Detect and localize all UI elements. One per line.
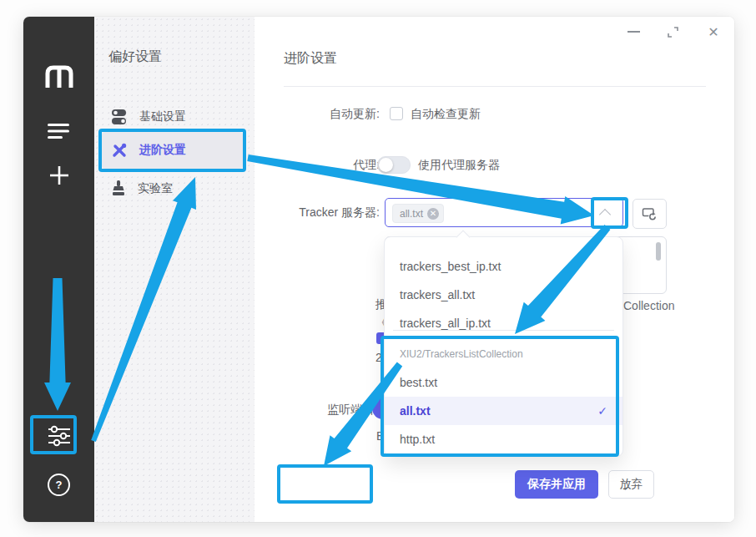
settings-nav[interactable] bbox=[23, 421, 94, 451]
dropdown-group-label: XIU2/TrackersListCollection bbox=[400, 348, 523, 360]
sidebar-item-lab[interactable]: 实验室 bbox=[102, 170, 243, 207]
chevron-up-icon[interactable] bbox=[599, 209, 611, 220]
app-window: ? 偏好设置 基础设置 bbox=[23, 17, 734, 522]
sync-icon bbox=[642, 207, 658, 221]
sync-trackers-button[interactable] bbox=[633, 199, 667, 229]
proxy-label: 代理: bbox=[255, 158, 380, 173]
close-icon: ✕ bbox=[708, 24, 718, 40]
toggles-icon bbox=[111, 108, 128, 126]
dropdown-option[interactable]: trackers_best_ip.txt bbox=[385, 252, 622, 281]
sidebar-item-label: 进阶设置 bbox=[139, 143, 186, 158]
auto-update-label: 自动更新: bbox=[255, 107, 380, 122]
tag-close-icon[interactable]: ✕ bbox=[427, 208, 439, 220]
check-icon: ✓ bbox=[597, 397, 607, 425]
add-task-button[interactable] bbox=[23, 160, 94, 190]
app-logo bbox=[23, 60, 94, 94]
maximize-icon bbox=[667, 26, 679, 38]
textarea-scrollbar-thumb[interactable] bbox=[656, 242, 661, 261]
dropdown-option[interactable]: trackers_all_ip.txt bbox=[385, 309, 622, 337]
selected-option-label: all.txt bbox=[400, 404, 431, 418]
occluded-text-fragment: 2 bbox=[375, 351, 382, 364]
dropdown-option[interactable]: best.txt bbox=[385, 368, 622, 397]
sidebar-item-label: 基础设置 bbox=[139, 109, 186, 124]
minimize-icon bbox=[627, 31, 640, 33]
sidebar-item-label: 实验室 bbox=[138, 181, 173, 196]
collection-link-fragment: Collection bbox=[623, 299, 674, 312]
tools-icon bbox=[111, 142, 128, 159]
proxy-toggle[interactable] bbox=[377, 156, 411, 174]
sidebar-item-advanced-settings[interactable]: 进阶设置 bbox=[102, 132, 243, 169]
task-list-icon bbox=[48, 123, 70, 139]
dropdown-divider bbox=[393, 330, 614, 331]
tracker-dropdown: trackers_best_ip.txt trackers_all.txt tr… bbox=[384, 236, 623, 457]
tracker-tag-label: all.txt bbox=[400, 208, 423, 220]
page-title: 进阶设置 bbox=[284, 50, 337, 68]
dropdown-option[interactable]: trackers_all.txt bbox=[385, 281, 622, 309]
dropdown-option-selected[interactable]: all.txt ✓ bbox=[385, 397, 622, 425]
save-and-apply-button[interactable]: 保存并应用 bbox=[515, 470, 598, 499]
title-divider bbox=[284, 86, 706, 87]
listen-port-label: 监听端口 bbox=[290, 403, 374, 418]
question-icon: ? bbox=[48, 474, 70, 496]
sliders-icon bbox=[47, 425, 72, 447]
proxy-toggle-label: 使用代理服务器 bbox=[418, 158, 500, 173]
discard-button[interactable]: 放弃 bbox=[608, 470, 654, 499]
auto-update-checkbox-label: 自动检查更新 bbox=[411, 107, 481, 122]
preferences-title: 偏好设置 bbox=[108, 48, 162, 66]
tracker-select-input[interactable]: all.txt ✕ bbox=[385, 198, 623, 227]
close-button[interactable]: ✕ bbox=[706, 24, 721, 39]
minimize-button[interactable] bbox=[626, 24, 641, 39]
task-list-nav[interactable] bbox=[23, 117, 94, 145]
toggle-knob bbox=[379, 158, 393, 172]
page: ? 偏好设置 基础设置 bbox=[0, 0, 756, 537]
tracker-tag: all.txt ✕ bbox=[392, 204, 444, 223]
occluded-text-fragment: B bbox=[376, 429, 384, 443]
motrix-logo-icon bbox=[43, 64, 76, 89]
stamp-icon bbox=[111, 180, 126, 198]
dropdown-option[interactable]: http.txt bbox=[385, 425, 622, 453]
plus-icon bbox=[48, 165, 70, 186]
sidebar: ? bbox=[23, 17, 94, 522]
maximize-button[interactable] bbox=[665, 24, 680, 39]
help-button[interactable]: ? bbox=[23, 469, 94, 499]
sidebar-item-basic-settings[interactable]: 基础设置 bbox=[102, 99, 243, 135]
preferences-panel: 偏好设置 基础设置 bbox=[94, 17, 255, 522]
tracker-server-label: Tracker 服务器: bbox=[255, 205, 380, 220]
auto-update-checkbox[interactable] bbox=[390, 107, 403, 120]
